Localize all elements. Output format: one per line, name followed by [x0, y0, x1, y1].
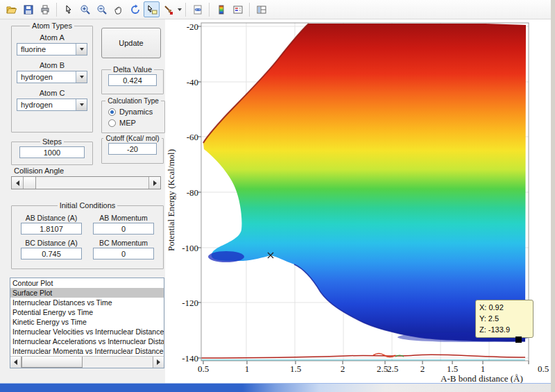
collision-angle-slider[interactable] [11, 176, 161, 189]
toolbar-separator [185, 3, 186, 17]
plot-list-item[interactable]: Internuclear Distances vs Time [10, 298, 164, 307]
application-window: Atom Types Atom A fluorine Atom B hydrog… [0, 0, 555, 392]
rotate-3d-icon[interactable] [127, 1, 143, 17]
listbox-hscrollbar[interactable] [10, 356, 164, 368]
data-tip-z: Z: -133.9 [479, 324, 529, 335]
update-button[interactable]: Update [101, 28, 161, 58]
toolbar-separator [209, 3, 210, 17]
cutoff-title: Cutoff (Kcal/ mol) [103, 135, 161, 142]
cutoff-field[interactable]: -20 [108, 143, 157, 155]
radio-dynamics[interactable]: Dynamics [108, 108, 164, 116]
atom-c-value: hydrogen [21, 101, 53, 109]
x-tick: 2.5 [377, 364, 388, 375]
radio-dynamics-label: Dynamics [119, 108, 153, 116]
toolbar-separator [249, 3, 250, 17]
initial-conditions-group: Initial Conditions AB Distance (A) AB Mo… [11, 201, 164, 269]
steps-field[interactable]: 1000 [19, 146, 85, 158]
atom-b-dropdown[interactable]: hydrogen [17, 71, 87, 83]
link-plot-icon[interactable] [189, 1, 205, 17]
delta-value-title: Delta Value [111, 65, 154, 74]
initial-conditions-title: Initial Conditions [58, 201, 118, 210]
data-cursor-icon[interactable] [144, 1, 160, 17]
data-tip[interactable]: X: 0.92 Y: 2.5 Z: -133.9 [475, 300, 533, 338]
hscroll-thumb[interactable] [22, 357, 83, 368]
window-border [551, 0, 555, 392]
radio-mep-label: MEP [119, 119, 136, 127]
pointer-icon[interactable] [60, 1, 76, 17]
atom-c-dropdown[interactable]: hydrogen [17, 99, 87, 111]
atom-a-value: fluorine [21, 45, 46, 53]
ab-momentum-field[interactable]: 0 [93, 223, 154, 235]
atom-a-dropdown[interactable]: fluorine [17, 43, 87, 56]
y-tick: -20 [175, 22, 198, 33]
figure-area: Potential Energy (Kcal/mol) -20 -40 -60 … [165, 19, 551, 383]
bc-distance-field[interactable]: 0.745 [21, 248, 82, 259]
steps-title: Steps [40, 137, 64, 146]
bc-momentum-field[interactable]: 0 [93, 248, 154, 259]
zoom-in-icon[interactable] [77, 1, 93, 17]
plot-list-item[interactable]: Kinetic Energy vs Time [10, 317, 164, 327]
print-icon[interactable] [37, 1, 53, 17]
cutoff-group: Cutoff (Kcal/ mol) -20 [101, 135, 164, 164]
insert-colorbar-icon[interactable] [213, 1, 229, 17]
atom-c-label: Atom C [12, 89, 92, 97]
y-tick: -80 [175, 187, 198, 198]
x-tick: 2.5 [387, 364, 398, 375]
ab-distance-field[interactable]: 1.8107 [21, 223, 82, 235]
plot-type-listbox[interactable]: Contour Plot Surface Plot Internuclear D… [10, 278, 164, 368]
x-tick: 1.5 [290, 364, 301, 375]
insert-legend-icon[interactable] [230, 1, 246, 17]
atom-types-group: Atom Types Atom A fluorine Atom B hydrog… [11, 22, 93, 133]
bc-distance-label: BC Distance (A) [20, 239, 83, 247]
y-tick: -100 [175, 243, 198, 254]
dropdown-arrow-icon[interactable] [76, 71, 87, 83]
plot-list-item[interactable]: Internuclear Accelerations vs Internucle… [10, 336, 164, 346]
taskbar-strip [0, 383, 551, 392]
brush-dropdown-icon[interactable] [178, 8, 182, 11]
show-plot-tools-icon[interactable] [253, 1, 269, 17]
delta-value-field[interactable]: 0.424 [108, 74, 157, 86]
y-tick: -40 [175, 77, 198, 88]
y-tick: -120 [175, 298, 198, 309]
dropdown-arrow-icon[interactable] [76, 44, 87, 55]
slider-left-arrow-icon[interactable] [12, 177, 24, 189]
ab-momentum-label: AB Momentum [92, 214, 155, 222]
plot-list-item[interactable]: Potential Energy vs Time [10, 307, 164, 317]
y-tick: -60 [175, 132, 198, 143]
steps-group: Steps 1000 [11, 137, 93, 165]
plot-list-item[interactable]: Surface Plot [10, 288, 164, 298]
atom-b-label: Atom B [12, 61, 92, 69]
plot-list-item[interactable]: Internuclear Velocities vs Internuclear … [10, 327, 164, 336]
hscroll-track[interactable] [83, 357, 153, 368]
hscroll-left-arrow-icon[interactable] [10, 357, 22, 368]
radio-icon [108, 119, 116, 127]
radio-mep[interactable]: MEP [108, 119, 164, 127]
x-tick: 1 [245, 364, 250, 375]
data-tip-marker [515, 336, 522, 343]
save-icon[interactable] [20, 1, 36, 17]
slider-thumb[interactable] [24, 177, 36, 189]
data-tip-y: Y: 2.5 [479, 313, 529, 324]
zoom-out-icon[interactable] [94, 1, 110, 17]
calculation-type-group: Calculation Type Dynamics MEP [101, 97, 165, 133]
radio-icon [108, 108, 116, 116]
delta-value-group: Delta Value 0.424 [101, 65, 164, 94]
toolbar [0, 0, 551, 19]
atom-a-label: Atom A [12, 33, 92, 42]
control-panel: Atom Types Atom A fluorine Atom B hydrog… [0, 19, 165, 383]
plot-list-item[interactable]: Contour Plot [10, 278, 164, 288]
dropdown-arrow-icon[interactable] [76, 99, 87, 110]
pan-hand-icon[interactable] [110, 1, 126, 17]
ab-distance-label: AB Distance (A) [20, 214, 83, 222]
y-tick: -140 [175, 353, 198, 364]
toolbar-separator [56, 3, 57, 17]
hscroll-right-arrow-icon[interactable] [153, 357, 164, 368]
x-tick: 0.5 [538, 364, 549, 375]
brush-icon[interactable] [160, 1, 176, 17]
plot-list-item[interactable]: Internuclear Momenta vs Internuclear Dis… [10, 346, 164, 356]
slider-right-arrow-icon[interactable] [148, 177, 160, 189]
open-folder-icon[interactable] [3, 1, 19, 17]
calculation-type-title: Calculation Type [105, 97, 161, 105]
x-tick: 2 [420, 364, 425, 375]
y-axis-label: Potential Energy (Kcal/mol) [166, 96, 177, 304]
